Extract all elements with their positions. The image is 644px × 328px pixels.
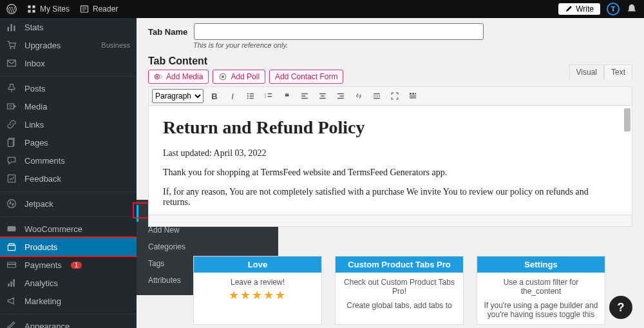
admin-sidebar: Stats Upgrades Business Inbox Posts Medi… [0,18,137,328]
sidebar-item-links[interactable]: Links [0,115,137,133]
add-contact-form-button[interactable]: Add Contact Form [269,70,343,84]
my-sites-link[interactable]: My Sites [27,5,70,14]
svg-rect-18 [8,139,13,146]
svg-rect-21 [8,226,16,231]
sidebar-item-media[interactable]: Media [0,97,137,115]
toolbar-toggle-button[interactable] [406,89,420,103]
sidebar-label: Pages [24,138,48,148]
svg-rect-3 [28,10,30,12]
sidebar-item-jetpack[interactable]: Jetpack [0,191,137,213]
visual-tab[interactable]: Visual [569,64,604,79]
editor-toolbar: Paragraph B I 12 ❝ [148,86,632,106]
card-love: Love Leave a review! ★★★★★ [193,256,322,325]
sidebar-item-marketing[interactable]: Marketing [0,292,137,310]
svg-rect-15 [8,104,14,109]
svg-point-13 [14,48,15,49]
svg-rect-10 [10,24,12,31]
svg-point-12 [10,48,11,49]
sidebar-item-feedback[interactable]: Feedback [0,169,137,188]
sidebar-label: Posts [24,84,46,93]
jetpack-icon [6,198,18,209]
pin-icon [6,83,18,93]
sidebar-item-inbox[interactable]: Inbox [0,54,137,72]
add-media-button[interactable]: Add Media [148,70,209,84]
card-body: Use a custom filter for the_content If y… [477,273,605,324]
brush-icon [6,321,18,328]
woo-icon [6,224,18,234]
sidebar-label: Jetpack [24,199,53,209]
feedback-icon [6,173,18,184]
sidebar-label: WooCommerce [24,224,82,234]
pencil-icon [565,5,573,13]
blockquote-button[interactable]: ❝ [279,89,294,103]
sidebar-label: Links [24,120,44,130]
svg-rect-22 [8,246,15,251]
svg-point-16 [10,105,12,107]
sidebar-item-pages[interactable]: Pages [0,133,137,151]
editor-heading: Return and Refund Policy [163,117,618,138]
tab-name-input[interactable] [194,23,484,40]
svg-point-32 [247,93,249,94]
numbered-list-button[interactable]: 12 [261,89,276,103]
write-button[interactable]: Write [558,3,600,15]
card-title: Custom Product Tabs Pro [336,256,463,273]
star-rating[interactable]: ★★★★★ [200,288,315,302]
text-tab[interactable]: Text [604,64,632,79]
content-editor[interactable]: Return and Refund Policy Last updated: A… [148,106,632,215]
reader-link[interactable]: Reader [80,5,118,14]
stats-icon [6,22,18,32]
avatar[interactable]: T [607,3,620,15]
sidebar-item-posts[interactable]: Posts [0,76,137,97]
add-contact-form-label: Add Contact Form [275,72,337,81]
products-icon [6,242,18,252]
svg-point-20 [8,200,16,208]
card-body: Check out Custom Product Tabs Pro! Creat… [336,273,463,315]
bell-icon[interactable] [626,3,638,15]
help-button[interactable]: ? [609,296,632,319]
media-icon [6,101,18,111]
svg-rect-58 [410,97,416,98]
mail-icon [6,58,18,68]
tab-name-label: Tab Name [148,27,187,37]
align-right-button[interactable] [334,89,348,103]
svg-rect-11 [14,26,15,32]
insert-link-button[interactable] [352,89,366,103]
sidebar-item-stats[interactable]: Stats [0,18,137,36]
sidebar-item-comments[interactable]: Comments [0,151,137,169]
editor-scrollbar[interactable] [624,108,630,212]
add-media-label: Add Media [166,72,203,81]
italic-button[interactable]: I [225,89,240,103]
svg-rect-55 [412,93,414,95]
promo-cards-row: Love Leave a review! ★★★★★ Custom Produc… [148,256,632,325]
sidebar-item-analytics[interactable]: Analytics [0,274,137,292]
insert-more-button[interactable] [370,89,384,103]
align-center-button[interactable] [316,89,330,103]
format-selector[interactable]: Paragraph [152,89,204,103]
sidebar-item-products[interactable]: Products [0,238,137,256]
sidebar-item-upgrades[interactable]: Upgrades Business [0,36,137,54]
fullscreen-button[interactable] [388,89,402,103]
align-left-button[interactable] [298,89,312,103]
bold-button[interactable]: B [207,89,222,103]
sidebar-item-appearance[interactable]: Appearance [0,314,137,328]
svg-rect-54 [410,93,412,95]
sidebar-item-woocommerce[interactable]: WooCommerce [0,217,137,238]
card-title: Love [194,256,321,273]
sidebar-label: Marketing [24,296,61,306]
scroll-thumb[interactable] [624,108,630,131]
megaphone-icon [6,296,18,306]
svg-rect-26 [8,284,9,287]
editor-paragraph: Thank you for shopping at TermsFeed webs… [163,168,618,178]
write-label: Write [576,5,594,14]
sidebar-label: Media [24,102,47,111]
bullet-list-button[interactable] [243,89,258,103]
add-poll-button[interactable]: Add Poll [213,70,265,84]
svg-rect-1 [28,5,30,8]
sidebar-item-payments[interactable]: Payments 1 [0,256,137,274]
sidebar-label: Products [24,242,57,252]
editor-tabs: Visual Text [569,64,632,79]
svg-rect-14 [8,60,16,66]
sidebar-label: Upgrades [24,41,61,50]
svg-point-31 [222,75,224,78]
wp-logo[interactable] [6,4,17,14]
